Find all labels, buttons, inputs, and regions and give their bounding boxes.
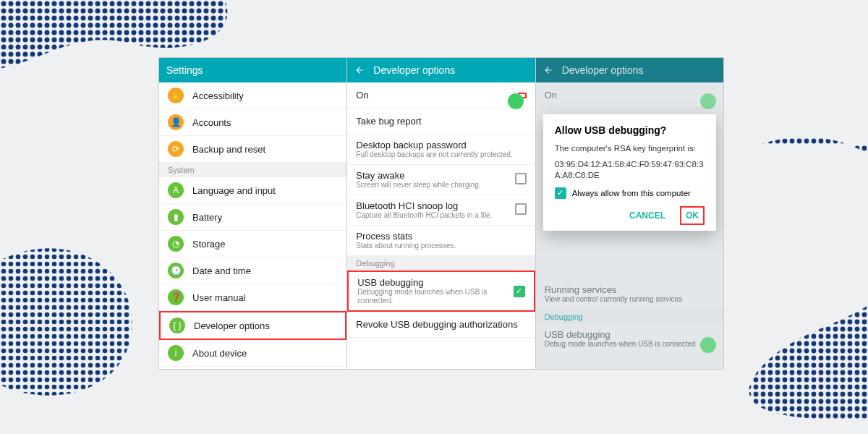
storage-icon: ◔ <box>168 236 184 252</box>
panel-usb-debugging-dialog: Developer options On Take bug report Run… <box>536 58 723 369</box>
always-allow-label: Always allow from this computer <box>572 189 691 197</box>
appbar-developer-options-dim: Developer options <box>536 58 723 82</box>
row-bluetooth-hci-snoop[interactable]: Bluetooth HCI snoop log Capture all Blue… <box>347 195 535 226</box>
about-icon: i <box>168 345 184 361</box>
back-icon[interactable] <box>543 65 553 75</box>
ok-button[interactable]: OK <box>680 206 705 225</box>
sidebar-item-about-device[interactable]: i About device <box>159 340 346 367</box>
sidebar-item-storage[interactable]: ◔ Storage <box>159 231 346 258</box>
row-usb-debugging: USB debugging Debug mode launches when U… <box>536 324 723 354</box>
dialog-actions: CANCEL OK <box>555 206 705 225</box>
dev-options-list: On Take bug report Desktop backup passwo… <box>347 82 535 369</box>
dialog-allow-usb-debugging: Allow USB debugging? The computer's RSA … <box>543 114 716 231</box>
always-allow-row[interactable]: ✓ Always allow from this computer <box>555 187 705 199</box>
appbar-title: Settings <box>166 64 203 76</box>
appbar-settings: Settings <box>159 58 346 82</box>
stay-awake-checkbox[interactable] <box>515 173 527 184</box>
cancel-button[interactable]: CANCEL <box>625 206 670 225</box>
dialog-title: Allow USB debugging? <box>555 124 705 136</box>
row-desktop-backup-password[interactable]: Desktop backup password Full desktop bac… <box>347 135 535 165</box>
bt-hci-checkbox[interactable] <box>515 203 527 215</box>
settings-list: ✋ Accessibility 👤 Accounts ⟳ Backup and … <box>159 82 346 369</box>
section-header-debugging: Debugging <box>347 256 535 271</box>
highlight-toggle <box>518 93 527 98</box>
appbar-title: Developer options <box>373 64 455 76</box>
back-icon[interactable] <box>354 65 365 75</box>
datetime-icon: 🕒 <box>168 263 184 278</box>
row-take-bug-report[interactable]: Take bug report <box>347 109 535 135</box>
screenshot-triptych: Settings ✋ Accessibility 👤 Accounts ⟳ Ba… <box>159 58 723 369</box>
manual-icon: ❓ <box>168 289 184 305</box>
backup-icon: ⟳ <box>168 141 184 157</box>
dialog-body-intro: The computer's RSA key fingerprint is: <box>555 143 705 155</box>
appbar-developer-options: Developer options <box>347 58 535 82</box>
sidebar-item-developer-options[interactable]: { } Developer options <box>159 311 346 340</box>
dev-options-master-toggle-row: On <box>536 82 723 109</box>
accessibility-icon: ✋ <box>168 88 184 103</box>
dev-options-master-toggle-row[interactable]: On <box>347 82 535 109</box>
dialog-fingerprint: 03:95:D4:12:A1:58:4C:F0:59:47:93:C8:3A:A… <box>555 159 705 182</box>
accounts-icon: 👤 <box>168 114 184 130</box>
sidebar-item-accounts[interactable]: 👤 Accounts <box>159 109 346 136</box>
row-revoke-usb-auth[interactable]: Revoke USB debugging authorizations <box>347 312 535 338</box>
sidebar-item-battery[interactable]: ▮ Battery <box>159 204 346 231</box>
panel-settings: Settings ✋ Accessibility 👤 Accounts ⟳ Ba… <box>159 58 347 369</box>
developer-icon: { } <box>169 318 185 333</box>
row-stay-awake[interactable]: Stay awake Screen will never sleep while… <box>347 165 535 195</box>
sidebar-item-user-manual[interactable]: ❓ User manual <box>159 284 346 311</box>
appbar-title: Developer options <box>562 64 644 76</box>
decorative-halftone-bottom-left <box>0 231 174 434</box>
sidebar-item-accessibility[interactable]: ✋ Accessibility <box>159 82 346 109</box>
panel-developer-options: Developer options On Take bug report Des… <box>347 58 535 369</box>
usb-debugging-checkbox[interactable]: ✓ <box>514 286 525 297</box>
sidebar-item-backup-reset[interactable]: ⟳ Backup and reset <box>159 136 346 163</box>
row-usb-debugging[interactable]: USB debugging Debugging mode launches wh… <box>347 271 535 312</box>
always-allow-checkbox[interactable]: ✓ <box>555 187 566 199</box>
language-icon: A <box>168 182 184 198</box>
section-header-system: System <box>159 163 346 177</box>
row-process-stats[interactable]: Process stats Stats about running proces… <box>347 226 535 256</box>
sidebar-item-language-input[interactable]: A Language and input <box>159 177 346 204</box>
battery-icon: ▮ <box>168 209 184 225</box>
section-header-debugging: Debugging <box>536 310 723 324</box>
row-running-services: Running services View and control curren… <box>536 279 723 310</box>
sidebar-item-date-time[interactable]: 🕒 Date and time <box>159 258 346 284</box>
